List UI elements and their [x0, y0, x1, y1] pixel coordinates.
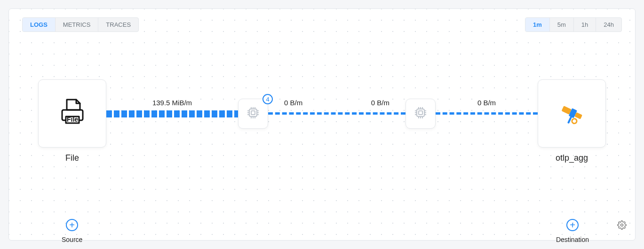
- chip-icon: [413, 106, 428, 122]
- svg-rect-22: [417, 109, 424, 117]
- svg-point-6: [571, 118, 577, 124]
- pipeline-panel: LOGS METRICS TRACES 1m 5m 1h 24h File: [8, 8, 636, 241]
- edge-2-label: 0 B/m: [282, 99, 304, 107]
- file-printer-icon: File: [56, 96, 89, 132]
- edge-1-label: 139.5 MiB/m: [151, 99, 194, 107]
- processor-node-1[interactable]: 4: [238, 99, 268, 129]
- edge-4-label: 0 B/m: [476, 99, 498, 107]
- tab-traces[interactable]: TRACES: [98, 18, 138, 31]
- add-destination-label: Destination: [556, 236, 589, 243]
- source-node[interactable]: File File: [38, 79, 106, 163]
- processor-1-badge: 4: [262, 94, 273, 104]
- tab-metrics[interactable]: METRICS: [55, 18, 98, 31]
- svg-rect-8: [249, 109, 257, 117]
- time-range-tabs: 1m 5m 1h 24h: [525, 17, 622, 32]
- processor-node-2[interactable]: [405, 99, 436, 129]
- pipeline-flow: File File: [38, 79, 606, 159]
- edge-3-label: 0 B/m: [369, 99, 391, 107]
- add-source-label: Source: [62, 236, 82, 243]
- timerange-1m[interactable]: 1m: [525, 18, 549, 31]
- destination-title: otlp_agg: [538, 153, 606, 163]
- add-source[interactable]: + Source: [62, 219, 82, 243]
- svg-line-7: [568, 117, 571, 123]
- svg-rect-9: [251, 111, 255, 115]
- settings-button[interactable]: [617, 220, 627, 232]
- telescope-icon: [555, 96, 589, 132]
- add-destination[interactable]: + Destination: [556, 219, 589, 243]
- svg-text:File: File: [66, 116, 78, 123]
- svg-point-36: [621, 224, 623, 226]
- timerange-1h[interactable]: 1h: [573, 18, 596, 31]
- destination-node[interactable]: otlp_agg: [538, 79, 606, 163]
- source-title: File: [38, 153, 106, 163]
- chip-icon: [246, 106, 260, 122]
- data-type-tabs: LOGS METRICS TRACES: [22, 17, 139, 32]
- timerange-5m[interactable]: 5m: [549, 18, 573, 31]
- timerange-24h[interactable]: 24h: [596, 18, 621, 31]
- tab-logs[interactable]: LOGS: [23, 18, 55, 31]
- svg-rect-23: [419, 111, 422, 115]
- plus-icon: +: [566, 219, 579, 231]
- plus-icon: +: [66, 219, 78, 231]
